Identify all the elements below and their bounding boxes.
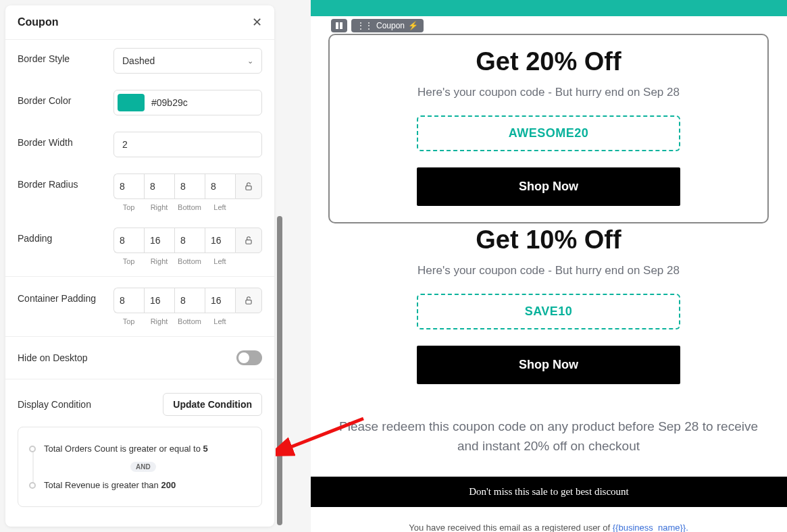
preview-topbar bbox=[311, 0, 787, 16]
offer2-shop-button[interactable]: Shop Now bbox=[417, 346, 680, 384]
padding-label: Padding bbox=[18, 228, 105, 244]
offer2-code: SAVE10 bbox=[525, 304, 573, 318]
hide-desktop-label: Hide on Desktop bbox=[18, 352, 105, 363]
element-chip-label: Coupon bbox=[376, 21, 405, 30]
condition-line-2: Total Revenue is greater than 200 bbox=[29, 480, 251, 490]
svg-rect-2 bbox=[246, 300, 251, 304]
panel-title: Coupon bbox=[18, 16, 58, 28]
container-padding-top[interactable] bbox=[113, 288, 144, 313]
drag-handle-icon: ⋮⋮ bbox=[357, 21, 373, 30]
padding-top[interactable] bbox=[113, 228, 144, 253]
container-padding-label: Container Padding bbox=[18, 288, 105, 304]
chevron-down-icon: ⌄ bbox=[247, 57, 253, 65]
coupon-block-selected[interactable]: Get 20% Off Here's your coupon code - Bu… bbox=[328, 34, 769, 223]
border-style-row: Border Style Dashed ⌄ bbox=[5, 40, 274, 82]
border-style-label: Border Style bbox=[18, 48, 105, 64]
element-chip[interactable]: ⋮⋮ Coupon ⚡ bbox=[351, 19, 424, 32]
lightning-icon: ⚡ bbox=[408, 21, 418, 30]
lock-icon bbox=[244, 182, 253, 191]
sublabel-right: Right bbox=[144, 203, 174, 211]
border-color-label: Border Color bbox=[18, 90, 105, 106]
border-color-picker[interactable]: #09b29c bbox=[113, 90, 262, 115]
border-color-row: Border Color #09b29c bbox=[5, 82, 274, 124]
offer1-code-box: AWESOME20 bbox=[417, 115, 680, 151]
sublabel-bottom: Bottom bbox=[174, 203, 205, 211]
border-width-row: Border Width bbox=[5, 124, 274, 165]
offer1-title: Get 20% Off bbox=[343, 47, 754, 76]
offer2-title: Get 10% Off bbox=[328, 225, 769, 255]
close-icon[interactable]: ✕ bbox=[252, 15, 262, 30]
border-radius-bottom[interactable] bbox=[174, 174, 205, 199]
condition-dot-icon bbox=[29, 446, 36, 452]
padding-right[interactable] bbox=[144, 228, 174, 253]
border-width-input[interactable] bbox=[113, 132, 262, 157]
offer1-subtitle: Here's your coupon code - But hurry end … bbox=[343, 86, 754, 99]
condition-line-1: Total Orders Count is greater or equal t… bbox=[29, 444, 251, 454]
border-style-value: Dashed bbox=[122, 55, 155, 66]
padding-row: Padding Top Right Bottom Left bbox=[5, 219, 274, 273]
border-width-label: Border Width bbox=[18, 132, 105, 148]
padding-lock[interactable] bbox=[235, 228, 262, 253]
display-condition-label: Display Condition bbox=[18, 399, 105, 410]
border-radius-top[interactable] bbox=[113, 174, 144, 199]
border-radius-label: Border Radius bbox=[18, 174, 105, 190]
condition-join-and: AND bbox=[130, 462, 156, 472]
offer2-block: Get 10% Off Here's your coupon code - Bu… bbox=[328, 225, 769, 384]
lock-icon bbox=[244, 296, 253, 305]
border-radius-left[interactable] bbox=[205, 174, 235, 199]
hide-desktop-toggle[interactable] bbox=[236, 350, 262, 365]
sidebar-scrollbar[interactable] bbox=[277, 216, 282, 525]
update-condition-button[interactable]: Update Condition bbox=[163, 393, 262, 416]
border-color-value: #09b29c bbox=[151, 97, 188, 108]
hide-desktop-row: Hide on Desktop bbox=[5, 340, 274, 376]
display-condition-row: Display Condition Update Condition bbox=[5, 382, 274, 427]
container-padding-right[interactable] bbox=[144, 288, 174, 313]
container-padding-bottom[interactable] bbox=[174, 288, 205, 313]
offer1-shop-button[interactable]: Shop Now bbox=[417, 167, 680, 206]
offer2-subtitle: Here's your coupon code - But hurry end … bbox=[328, 264, 769, 277]
container-padding-lock[interactable] bbox=[235, 288, 262, 313]
lock-icon bbox=[244, 236, 253, 245]
sublabel-left: Left bbox=[205, 203, 235, 211]
footer-template-var: {{business_name}}. bbox=[613, 523, 688, 532]
condition-summary-box: Total Orders Count is greater or equal t… bbox=[18, 427, 262, 507]
padding-left[interactable] bbox=[205, 228, 235, 253]
border-style-select[interactable]: Dashed ⌄ bbox=[113, 48, 262, 74]
condition-dot-icon bbox=[29, 482, 36, 489]
offer2-code-box: SAVE10 bbox=[417, 294, 680, 329]
offer1-code: AWESOME20 bbox=[509, 126, 589, 140]
columns-icon[interactable] bbox=[331, 19, 347, 32]
element-selector-chip: ⋮⋮ Coupon ⚡ bbox=[331, 19, 424, 32]
redeem-text: Please redeem this coupon code on any pr… bbox=[328, 417, 769, 456]
sublabel-top: Top bbox=[113, 203, 144, 211]
svg-rect-3 bbox=[336, 22, 338, 29]
padding-bottom[interactable] bbox=[174, 228, 205, 253]
border-radius-row: Border Radius Top Right Bottom Left bbox=[5, 165, 274, 219]
color-swatch bbox=[118, 94, 145, 111]
container-padding-left[interactable] bbox=[205, 288, 235, 313]
panel-header: Coupon ✕ bbox=[5, 5, 274, 40]
footer-text: You have received this email as a regist… bbox=[328, 523, 769, 532]
settings-sidebar: Coupon ✕ Border Style Dashed ⌄ Border Co… bbox=[5, 5, 274, 527]
svg-rect-0 bbox=[246, 186, 251, 190]
container-padding-row: Container Padding Top Right Bottom Left bbox=[5, 280, 274, 334]
email-preview: ⋮⋮ Coupon ⚡ Get 20% Off Here's your coup… bbox=[311, 0, 787, 532]
svg-rect-4 bbox=[340, 22, 342, 29]
border-radius-lock[interactable] bbox=[235, 174, 262, 199]
svg-rect-1 bbox=[246, 240, 251, 244]
border-radius-right[interactable] bbox=[144, 174, 174, 199]
promo-banner: Don't miss this sale to get best discoun… bbox=[311, 477, 787, 507]
